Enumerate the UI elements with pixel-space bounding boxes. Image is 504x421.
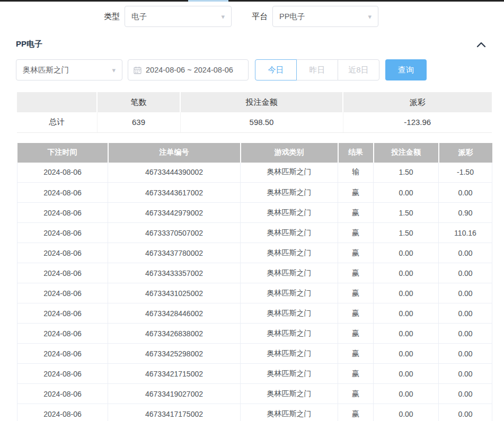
game-select-value: 奥林匹斯之门 xyxy=(23,65,69,75)
cell-bet-amount: 1.50 xyxy=(374,163,439,183)
cell-result: 赢 xyxy=(338,404,374,421)
caret-down-icon: ▾ xyxy=(112,67,116,74)
cell-order-number: 46733437780002 xyxy=(108,243,241,263)
date-range-value: 2024-08-06 ~ 2024-08-06 xyxy=(146,66,233,74)
cell-result: 赢 xyxy=(338,303,374,324)
today-button[interactable]: 今日 xyxy=(255,59,297,80)
cell-bet-time: 2024-08-06 xyxy=(17,283,108,303)
column-header-bet-time: 下注时间 xyxy=(17,143,108,163)
caret-down-icon: ▾ xyxy=(221,13,225,20)
quick-range-button-group: 今日 昨日 近8日 xyxy=(255,59,379,80)
cell-bet-amount: 0.00 xyxy=(374,283,439,303)
cell-bet-time: 2024-08-06 xyxy=(17,324,108,344)
cell-payout: 0.00 xyxy=(439,303,492,324)
cell-game-category: 奥林匹斯之门 xyxy=(241,183,338,203)
cell-result: 赢 xyxy=(338,263,374,283)
date-range-input[interactable]: 2024-08-06 ~ 2024-08-06 xyxy=(128,59,249,80)
cell-order-number: 46733370507002 xyxy=(108,223,241,243)
platform-select-value: PP电子 xyxy=(279,12,305,22)
game-select[interactable]: 奥林匹斯之门 ▾ xyxy=(16,59,122,80)
cell-payout: 0.00 xyxy=(439,183,492,203)
last-8-days-button[interactable]: 近8日 xyxy=(338,59,379,80)
summary-total-count: 639 xyxy=(97,112,180,132)
yesterday-button[interactable]: 昨日 xyxy=(296,59,338,80)
summary-table: 笔数 投注金额 派彩 总计 639 598.50 -123.96 xyxy=(17,92,492,133)
summary-total-row: 总计 639 598.50 -123.96 xyxy=(17,112,492,132)
collapse-button[interactable] xyxy=(476,41,487,48)
cell-result: 赢 xyxy=(338,183,374,203)
cell-result: 赢 xyxy=(338,364,374,384)
cell-order-number: 46733443617002 xyxy=(108,183,241,203)
table-row: 2024-08-0646733444390002奥林匹斯之门输1.50-1.50 xyxy=(17,163,492,183)
cell-payout: 0.00 xyxy=(439,283,492,303)
cell-game-category: 奥林匹斯之门 xyxy=(241,283,338,303)
cell-result: 赢 xyxy=(338,243,374,263)
summary-header-payout: 派彩 xyxy=(343,92,492,112)
section-header: PP电子 xyxy=(16,39,488,49)
section-title: PP电子 xyxy=(16,39,42,49)
table-row: 2024-08-0646733428446002奥林匹斯之门赢0.000.00 xyxy=(17,303,492,324)
cell-bet-time: 2024-08-06 xyxy=(17,163,108,183)
cell-game-category: 奥林匹斯之门 xyxy=(241,203,338,223)
cell-payout: 0.00 xyxy=(439,404,492,421)
summary-header-bet-amount: 投注金额 xyxy=(180,92,343,112)
cell-game-category: 奥林匹斯之门 xyxy=(241,303,338,324)
cell-bet-amount: 1.50 xyxy=(374,223,439,243)
cell-bet-time: 2024-08-06 xyxy=(17,303,108,324)
cell-bet-time: 2024-08-06 xyxy=(17,223,108,243)
chevron-up-icon xyxy=(476,41,487,48)
caret-down-icon: ▾ xyxy=(368,13,372,20)
cell-order-number: 46733419027002 xyxy=(108,384,241,404)
query-bar: 奥林匹斯之门 ▾ 2024-08-06 ~ 2024-08-06 今日 昨日 近… xyxy=(16,59,504,80)
cell-bet-time: 2024-08-06 xyxy=(17,364,108,384)
table-row: 2024-08-0646733443617002奥林匹斯之门赢0.000.00 xyxy=(17,183,492,203)
search-button[interactable]: 查询 xyxy=(385,59,427,80)
cell-bet-amount: 0.00 xyxy=(374,303,439,324)
cell-result: 赢 xyxy=(338,344,374,364)
cell-order-number: 46733444390002 xyxy=(108,163,241,183)
cell-payout: 0.00 xyxy=(439,243,492,263)
cell-game-category: 奥林匹斯之门 xyxy=(241,163,338,183)
cell-bet-time: 2024-08-06 xyxy=(17,384,108,404)
cell-payout: 110.16 xyxy=(439,223,492,243)
cell-game-category: 奥林匹斯之门 xyxy=(241,243,338,263)
cell-bet-amount: 0.00 xyxy=(374,243,439,263)
cell-order-number: 46733428446002 xyxy=(108,303,241,324)
cell-bet-amount: 0.00 xyxy=(374,384,439,404)
cell-payout: 0.00 xyxy=(439,344,492,364)
type-select-value: 电子 xyxy=(131,12,147,22)
table-row: 2024-08-0646733442979002奥林匹斯之门赢1.500.90 xyxy=(17,203,492,223)
column-header-order-number: 注单编号 xyxy=(108,143,241,163)
cell-result: 赢 xyxy=(338,203,374,223)
cell-game-category: 奥林匹斯之门 xyxy=(241,344,338,364)
summary-header-row: 笔数 投注金额 派彩 xyxy=(17,92,492,112)
bet-records-table: 下注时间注单编号游戏类别结果投注金额派彩 2024-08-06467334443… xyxy=(17,143,492,421)
cell-bet-amount: 0.00 xyxy=(374,344,439,364)
cell-order-number: 46733425298002 xyxy=(108,344,241,364)
column-header-bet-amount: 投注金额 xyxy=(374,143,439,163)
table-row: 2024-08-0646733431025002奥林匹斯之门赢0.000.00 xyxy=(17,283,492,303)
cell-bet-amount: 0.00 xyxy=(374,364,439,384)
summary-header-count: 笔数 xyxy=(97,92,180,112)
column-header-game-category: 游戏类别 xyxy=(241,143,338,163)
platform-label: 平台 xyxy=(252,12,268,22)
calendar-icon xyxy=(134,66,142,74)
cell-game-category: 奥林匹斯之门 xyxy=(241,364,338,384)
cell-bet-time: 2024-08-06 xyxy=(17,344,108,364)
cell-payout: 0.00 xyxy=(439,324,492,344)
cell-bet-amount: 0.00 xyxy=(374,404,439,421)
cell-result: 赢 xyxy=(338,223,374,243)
cell-payout: 0.00 xyxy=(439,364,492,384)
table-header-row: 下注时间注单编号游戏类别结果投注金额派彩 xyxy=(17,143,492,163)
column-header-payout: 派彩 xyxy=(439,143,492,163)
type-select[interactable]: 电子 ▾ xyxy=(125,6,232,27)
cell-bet-time: 2024-08-06 xyxy=(17,203,108,223)
cell-game-category: 奥林匹斯之门 xyxy=(241,263,338,283)
cell-payout: -1.50 xyxy=(439,163,492,183)
cell-order-number: 46733442979002 xyxy=(108,203,241,223)
cell-bet-time: 2024-08-06 xyxy=(17,183,108,203)
platform-select[interactable]: PP电子 ▾ xyxy=(272,6,378,27)
summary-total-bet-amount: 598.50 xyxy=(180,112,343,132)
top-accent-segment xyxy=(188,0,228,2)
cell-bet-amount: 1.50 xyxy=(374,203,439,223)
